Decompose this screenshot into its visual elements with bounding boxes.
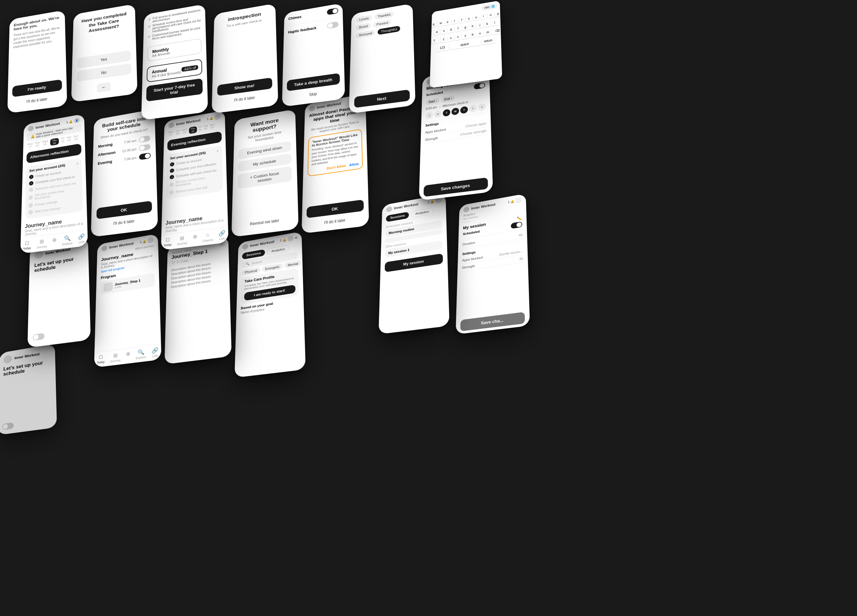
phone-afternoon-reflection: Inner Workout 1 🔔 👤 🔔 Inner Workout - St… — [20, 114, 88, 254]
haptic-label: Haptic feedback — [288, 26, 316, 34]
setup-toggle[interactable] — [2, 423, 14, 430]
emotion-annoyed[interactable]: Annoyed — [356, 30, 375, 39]
key-z[interactable]: z — [441, 36, 447, 43]
key-r[interactable]: r — [452, 17, 458, 25]
haptic-toggle[interactable] — [327, 22, 339, 29]
evening-toggle[interactable] — [139, 152, 151, 160]
emotion-present[interactable]: Present — [373, 19, 391, 28]
afternoon-toggle[interactable] — [139, 144, 151, 152]
duration-value: 40 — [518, 233, 523, 237]
key-backspace[interactable]: ⌫ — [492, 27, 502, 35]
day-W[interactable]: W — [452, 107, 459, 116]
key-b[interactable]: b — [469, 31, 476, 38]
day-S1[interactable]: S — [425, 111, 433, 119]
start-trial-btn[interactable]: Start your 7-day free trial — [146, 78, 203, 102]
back-btn[interactable]: ← — [97, 82, 110, 93]
key-q[interactable]: q — [430, 21, 437, 28]
phone-partial-bottom-left: Inner Workout Let's set up your schedule — [0, 344, 57, 435]
key-m[interactable]: m — [484, 29, 491, 36]
key-j[interactable]: j — [477, 22, 483, 28]
nav-today-jd[interactable]: □Today — [97, 354, 105, 365]
apps-value[interactable]: Choose apps — [465, 122, 486, 128]
scheduled-toggle[interactable] — [474, 82, 485, 90]
key-t[interactable]: t — [459, 16, 465, 23]
key-shift[interactable]: ⇧ — [430, 37, 440, 45]
annual-plan[interactable]: Annual && $ (&& $/month) -&&% off — [147, 59, 202, 82]
phone-keyboard: ABC 🌐 q w e r t y u i o p — [430, 0, 503, 88]
nav-today[interactable]: □Today — [23, 240, 31, 251]
key-w[interactable]: w — [438, 20, 444, 27]
phone-evening-reflection: Inner Workout 1 🔔 Mon17 Tue18 Wed19 Thu2… — [161, 110, 229, 251]
emotion-bored[interactable]: Bored — [356, 23, 371, 31]
key-i[interactable]: i — [480, 13, 486, 20]
set-schedule-toggle[interactable] — [33, 333, 45, 341]
phone-chimes: Chimes Haptic feedback Take a deep breat… — [282, 3, 345, 107]
key-c[interactable]: c — [455, 34, 461, 40]
nav-today-e[interactable]: □Today — [164, 236, 172, 248]
key-f[interactable]: f — [455, 25, 461, 32]
phone-journey-detail: Inner Workout 1 🔔 about journey Journey_… — [94, 234, 161, 368]
day-F[interactable]: F — [469, 104, 477, 113]
phone-want-support: Want more support? Set your screen time … — [231, 109, 299, 237]
phone-emotions: Lonely Thankful Bored Present Annoyed Th… — [349, 3, 415, 113]
modal-duration: 3 min — [181, 259, 188, 263]
day-T2[interactable]: T — [460, 106, 468, 114]
account-progress: Set your account (2/5) ∧ ✓Create an acco… — [25, 158, 83, 219]
my-session-toggle[interactable] — [511, 221, 522, 229]
key-n[interactable]: n — [477, 30, 483, 37]
remind-later-btn[interactable]: Remind me later — [237, 215, 293, 230]
nav-link-jd[interactable]: 🔗Link — [151, 347, 158, 358]
nav-charms[interactable]: ☆Charms — [203, 231, 213, 243]
nav-explore[interactable]: 🔍Explore — [62, 235, 72, 246]
key-h[interactable]: h — [469, 23, 476, 30]
phone-assessment: Have you completed the Take Care Assessm… — [71, 4, 138, 102]
nav-add[interactable]: ⊕ — [52, 237, 57, 248]
key-x[interactable]: x — [447, 34, 454, 42]
chimes-toggle[interactable] — [327, 8, 339, 15]
key-y[interactable]: y — [466, 15, 472, 22]
start-time-value: 6:00 am — [426, 106, 437, 111]
day-M[interactable]: M — [434, 110, 442, 118]
strength-detail: 30 — [519, 257, 523, 261]
key-l[interactable]: l — [492, 19, 498, 26]
emotion-thankful[interactable]: Thankful — [374, 11, 393, 20]
key-g[interactable]: g — [462, 24, 469, 31]
day-S2[interactable]: S — [478, 103, 486, 111]
nav-journey[interactable]: ⊞Journey — [36, 238, 47, 249]
key-v[interactable]: v — [462, 32, 469, 39]
key-return[interactable]: return — [482, 37, 495, 45]
morning-toggle[interactable] — [139, 135, 150, 143]
nav-journey-jd[interactable]: ⊞Journey — [110, 352, 121, 363]
nav-add-e[interactable]: ⊕ — [193, 233, 197, 244]
allow-btn[interactable]: Allow — [349, 162, 359, 167]
key-123[interactable]: 123 — [436, 44, 448, 52]
dont-allow-btn[interactable]: Don't Allow — [327, 164, 346, 170]
phone-my-sessions: Inner Workout 1 🔔 Sessions Analytics Sch… — [379, 194, 450, 334]
key-p[interactable]: p — [495, 10, 501, 17]
key-k[interactable]: k — [484, 20, 490, 28]
key-u[interactable]: u — [473, 14, 480, 21]
day-T1[interactable]: T — [443, 109, 450, 117]
scene: Enough about us. We're here for you. The… — [0, 0, 857, 616]
screen-time-alert: "Inner Workout" Would Like to Access Scr… — [307, 129, 362, 177]
nav-link[interactable]: 🔗Link — [78, 233, 85, 244]
end-label: End — [444, 97, 450, 101]
start-label: Start — [428, 100, 435, 104]
nav-explore-jd[interactable]: 🔍Explore — [136, 348, 146, 360]
filter-mental[interactable]: Mental — [285, 260, 301, 268]
nav-journey-e[interactable]: ⊞Journey — [177, 234, 187, 246]
emotion-lonely[interactable]: Lonely — [356, 15, 372, 23]
emotion-thoughtful[interactable]: Thoughtful — [377, 25, 401, 35]
key-s[interactable]: s — [441, 28, 447, 34]
key-d[interactable]: d — [448, 26, 454, 33]
phone-introspection: introspection Try a self-care check-in. … — [212, 3, 278, 113]
phone-screen-time: Inner Workout Almost done! Pause the app… — [302, 94, 369, 234]
key-o[interactable]: o — [487, 11, 494, 19]
next-btn[interactable]: Next — [354, 90, 410, 108]
key-e[interactable]: e — [445, 19, 451, 25]
phone-welcome: Enough about us. We're here for you. The… — [7, 10, 67, 113]
key-a[interactable]: a — [434, 28, 440, 36]
nav-link-e[interactable]: 🔗Link — [219, 230, 226, 241]
evening-account-progress: Set your account (3/5) ∧ ✓Create an acco… — [166, 145, 223, 199]
nav-add-jd[interactable]: ⊕ — [126, 351, 130, 361]
